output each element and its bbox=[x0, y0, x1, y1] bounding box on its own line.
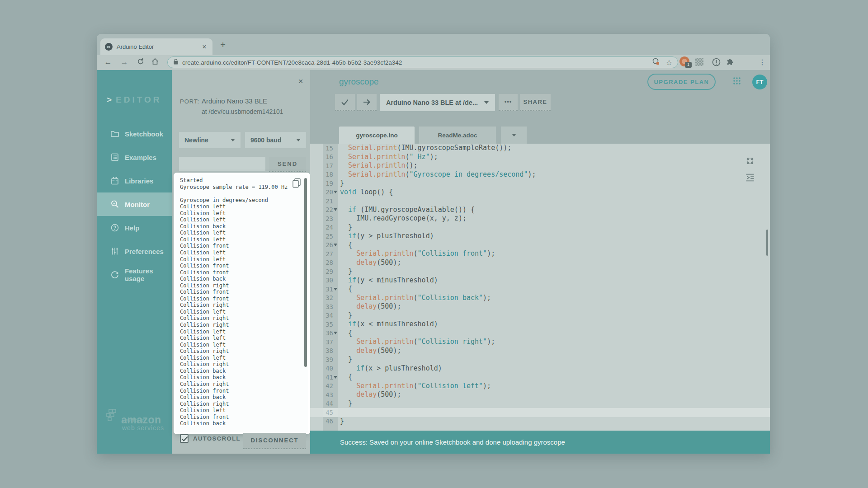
verify-button[interactable] bbox=[335, 94, 355, 111]
disconnect-button[interactable]: DISCONNECT bbox=[243, 433, 306, 449]
serial-message-input[interactable] bbox=[179, 157, 265, 171]
page-action-icon[interactable] bbox=[652, 57, 660, 67]
browser-tab-bar: Arduino Editor bbox=[97, 34, 770, 55]
url-text: create.arduino.cc/editor/FT-CONTENT/20e8… bbox=[182, 59, 402, 66]
browser-tab[interactable]: Arduino Editor bbox=[100, 38, 212, 55]
sidebar-item-help[interactable]: Help bbox=[97, 216, 172, 239]
code-lines[interactable]: Serial.print(IMU.gyroscopeSampleRate());… bbox=[310, 144, 770, 426]
tab-gyroscope-ino[interactable]: gyroscope.ino bbox=[339, 127, 415, 144]
editor-logo: EDITOR bbox=[107, 95, 162, 105]
arrow-right-icon bbox=[362, 98, 372, 107]
bookmark-star-icon[interactable] bbox=[666, 58, 672, 67]
send-button[interactable]: SEND bbox=[269, 157, 306, 172]
forward-icon[interactable] bbox=[119, 57, 129, 67]
monitor-output-text: StartedGyroscope sample rate = 119.00 Hz… bbox=[180, 177, 302, 427]
book-icon bbox=[110, 176, 119, 185]
console-outline-icon[interactable] bbox=[745, 173, 755, 184]
back-icon[interactable] bbox=[103, 57, 113, 67]
caret-down-icon bbox=[512, 134, 516, 136]
reload-icon[interactable] bbox=[136, 57, 146, 67]
browser-tab-title: Arduino Editor bbox=[117, 43, 154, 50]
line-ending-select[interactable]: Newline bbox=[179, 132, 241, 148]
home-icon[interactable] bbox=[150, 57, 160, 67]
status-bar: Success: Saved on your online Sketchbook… bbox=[310, 431, 770, 454]
tab-close-icon[interactable] bbox=[201, 43, 208, 51]
caret-down-icon bbox=[484, 101, 489, 104]
upgrade-plan-button[interactable]: UPGRADE PLAN bbox=[647, 74, 716, 90]
user-avatar[interactable]: FT bbox=[752, 75, 767, 89]
editor-main: gyroscope UPGRADE PLAN FT Arduino Nano 3… bbox=[310, 70, 770, 454]
sidebar-item-features-usage[interactable]: Features usage bbox=[97, 263, 172, 286]
sliders-icon bbox=[110, 247, 119, 256]
status-message: Success: Saved on your online Sketchbook… bbox=[340, 438, 565, 446]
arduino-favicon-icon bbox=[105, 43, 113, 51]
more-options-button[interactable] bbox=[499, 94, 518, 111]
sidebar-item-preferences[interactable]: Preferences bbox=[97, 239, 172, 263]
sidebar-item-sketchbook[interactable]: Sketchbook bbox=[97, 122, 172, 145]
folder-icon bbox=[110, 129, 119, 138]
upload-button[interactable] bbox=[357, 94, 377, 111]
sidebar: EDITOR Sketchbook Examples Libraries Mon… bbox=[97, 70, 172, 454]
help-icon bbox=[110, 223, 119, 232]
chevron-icon bbox=[107, 95, 114, 104]
baud-rate-select[interactable]: 9600 baud bbox=[245, 132, 306, 148]
usage-circle-icon bbox=[110, 270, 119, 279]
tab-readme-adoc[interactable]: ReadMe.adoc bbox=[419, 127, 496, 144]
file-tabs-menu-button[interactable] bbox=[501, 127, 527, 144]
autoscroll-label: AUTOSCROLL bbox=[193, 435, 241, 442]
browser-menu-icon[interactable] bbox=[758, 57, 767, 68]
fullscreen-icon[interactable] bbox=[745, 156, 755, 168]
sidebar-item-examples[interactable]: Examples bbox=[97, 145, 172, 169]
address-bar[interactable]: create.arduino.cc/editor/FT-CONTENT/20e8… bbox=[167, 56, 678, 68]
lock-icon bbox=[173, 58, 179, 67]
extensions-puzzle-icon[interactable] bbox=[726, 57, 735, 68]
autoscroll-checkbox[interactable] bbox=[180, 434, 189, 443]
sidebar-item-monitor[interactable]: Monitor bbox=[97, 192, 172, 216]
monitor-panel: PORT: Arduino Nano 33 BLE at /dev/cu.usb… bbox=[172, 70, 310, 454]
copy-icon[interactable] bbox=[292, 178, 301, 188]
close-icon[interactable] bbox=[297, 77, 305, 85]
info-icon[interactable] bbox=[712, 58, 721, 68]
caret-down-icon bbox=[231, 139, 235, 141]
caret-down-icon bbox=[296, 139, 301, 141]
magnifier-icon bbox=[110, 200, 119, 209]
sidebar-item-libraries[interactable]: Libraries bbox=[97, 169, 172, 192]
new-tab-button[interactable] bbox=[218, 40, 228, 50]
autoscroll-toggle[interactable]: AUTOSCROLL bbox=[180, 434, 241, 443]
list-icon bbox=[110, 153, 119, 162]
arduino-editor-app: EDITOR Sketchbook Examples Libraries Mon… bbox=[97, 70, 770, 454]
sketch-title[interactable]: gyroscope bbox=[339, 77, 379, 87]
aws-logo: powered by amazon web services bbox=[106, 408, 164, 432]
apps-grid-icon[interactable] bbox=[733, 77, 741, 87]
board-select[interactable]: Arduino Nano 33 BLE at /de... bbox=[380, 94, 495, 111]
output-scrollbar-thumb[interactable] bbox=[304, 178, 307, 367]
port-label: PORT: bbox=[180, 98, 199, 105]
monitor-output[interactable]: StartedGyroscope sample rate = 119.00 Hz… bbox=[175, 174, 308, 432]
browser-window: Arduino Editor create.arduino.cc/editor/… bbox=[97, 34, 770, 454]
share-button[interactable]: SHARE bbox=[520, 94, 551, 111]
editor-scrollbar-thumb[interactable] bbox=[766, 230, 768, 256]
code-editor[interactable]: 1516171819202122232425262728293031323334… bbox=[310, 144, 770, 431]
port-path: at /dev/cu.usbmodem142101 bbox=[202, 108, 283, 115]
extension-pixel-icon[interactable] bbox=[695, 58, 703, 66]
aws-boxes-icon bbox=[106, 408, 121, 422]
port-name: Arduino Nano 33 BLE bbox=[202, 97, 267, 105]
browser-toolbar: create.arduino.cc/editor/FT-CONTENT/20e8… bbox=[97, 55, 770, 70]
check-icon bbox=[340, 98, 349, 107]
extension-badge: 1 bbox=[685, 62, 692, 68]
